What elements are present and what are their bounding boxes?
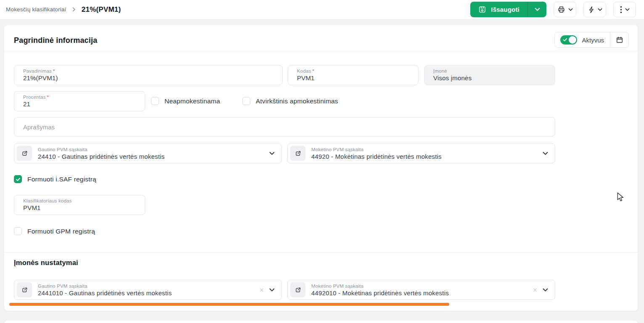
print-button[interactable] (554, 2, 576, 17)
required-asterisk: * (53, 68, 55, 74)
next-section-card (4, 320, 638, 323)
field-value: PVM1 (23, 204, 145, 211)
check-icon (563, 37, 567, 42)
header-actions: Išsaugoti (470, 2, 636, 17)
checkbox-label: Formuoti i.SAF registrą (27, 176, 96, 183)
page: Mokesčių klasifikatoriai 21%(PVM1) Išsau… (0, 0, 644, 323)
field-pavadinimas[interactable]: Pavadinimas* 21%(PVM1) (14, 65, 283, 85)
chevron-down-icon (625, 8, 630, 11)
quick-actions-button[interactable] (583, 2, 606, 17)
field-klasifikatoriaus-kodas[interactable]: Klasifikatoriaus kodas PVM1 (14, 195, 145, 215)
active-label: Aktyvus (582, 37, 604, 44)
checkbox-neapmokestinama[interactable]: Neapmokestinama (151, 97, 220, 105)
select-text: Mokėtino PVM sąskaita 4492010 - Mokėtina… (311, 284, 533, 297)
field-value: Visos įmonės (433, 74, 555, 81)
breadcrumb[interactable]: Mokesčių klasifikatoriai (6, 6, 66, 13)
aprasymas-input[interactable] (14, 118, 555, 136)
calendar-icon (616, 36, 623, 44)
chevron-right-icon (72, 7, 76, 12)
chevron-down-icon (535, 8, 540, 11)
save-icon (478, 5, 486, 13)
checkbox-box (14, 175, 22, 183)
save-label: Išsaugoti (491, 6, 519, 13)
horizontal-scrollbar-thumb[interactable] (9, 303, 449, 306)
clear-icon[interactable]: × (260, 286, 264, 294)
field-label: Klasifikatoriaus kodas (23, 198, 145, 203)
required-asterisk: * (47, 95, 49, 100)
checkbox-label: Formuoti GPM registrą (27, 228, 95, 235)
field-label: Kodas* (297, 68, 418, 74)
select-company-gautino-pvm[interactable]: Gautino PVM sąskaita 2441010 - Gautinas … (14, 280, 282, 300)
select-company-moketino-pvm[interactable]: Mokėtino PVM sąskaita 4492010 - Mokėtina… (287, 280, 555, 300)
select-moketino-pvm-saskaita[interactable]: Mokėtino PVM sąskaita 44920 - Mokėtinas … (287, 143, 555, 163)
active-control: Aktyvus (554, 32, 629, 48)
checkbox-box (242, 97, 250, 105)
kebab-menu-icon (620, 6, 622, 13)
lightning-icon (588, 6, 595, 13)
open-account-button[interactable] (17, 282, 32, 297)
open-account-button[interactable] (17, 146, 32, 161)
divider (4, 51, 638, 51)
top-bar: Mokesčių klasifikatoriai 21%(PVM1) Išsau… (0, 0, 644, 19)
external-link-icon (294, 150, 302, 157)
chevron-down-icon (543, 152, 548, 155)
field-label: Pavadinimas* (23, 68, 282, 74)
clear-icon[interactable]: × (533, 286, 537, 294)
select-value: 44920 - Mokėtinas pridėtinės vertės moke… (311, 153, 543, 160)
save-button[interactable]: Išsaugoti (470, 2, 527, 17)
open-account-button[interactable] (290, 146, 305, 161)
chevron-down-icon (568, 8, 573, 11)
field-kodas[interactable]: Kodas* PVM1 (288, 65, 419, 85)
field-label: Procentas* (23, 95, 145, 100)
chevron-down-icon (269, 288, 275, 292)
section-title-company-settings: Įmonės nustatymai (14, 259, 78, 267)
main-card: Pagrindinė informacija Aktyvus Pavadinim… (4, 25, 638, 311)
checkbox-atvirkstinis-apmokestinimas[interactable]: Atvirkštinis apmokestinimas (242, 97, 338, 105)
field-aprasymas[interactable] (14, 117, 555, 137)
printer-icon (557, 5, 565, 13)
external-link-icon (21, 286, 28, 294)
select-value: 4492010 - Mokėtinas pridėtinės vertės mo… (311, 289, 533, 297)
checkbox-box (151, 97, 159, 105)
required-asterisk: * (313, 68, 315, 74)
external-link-icon (294, 286, 302, 294)
checkbox-formuoti-gpm[interactable]: Formuoti GPM registrą (14, 227, 95, 235)
field-label: Įmonė (433, 68, 555, 74)
divider (4, 252, 638, 252)
select-label: Mokėtino PVM sąskaita (311, 147, 543, 152)
select-label: Gautino PVM sąskaita (38, 284, 260, 289)
field-value: 21%(PVM1) (23, 74, 282, 81)
checkbox-formuoti-isaf[interactable]: Formuoti i.SAF registrą (14, 175, 96, 183)
more-options-button[interactable] (613, 2, 636, 17)
section-title-general: Pagrindinė informacija (14, 36, 97, 45)
select-label: Mokėtino PVM sąskaita (311, 284, 533, 289)
active-toggle[interactable] (560, 35, 577, 45)
field-value: 21 (23, 100, 145, 108)
select-value: 2441010 - Gautinas pridėtinės vertės mok… (38, 289, 260, 297)
chevron-down-icon (598, 8, 602, 11)
save-split-button: Išsaugoti (470, 2, 546, 17)
checkbox-box (14, 227, 22, 235)
page-title: 21%(PVM1) (82, 5, 121, 14)
select-gautino-pvm-saskaita[interactable]: Gautino PVM sąskaita 24410 - Gautinas pr… (14, 143, 282, 163)
external-link-icon (21, 150, 28, 157)
field-procentas[interactable]: Procentas* 21 (14, 91, 145, 111)
select-label: Gautino PVM sąskaita (38, 147, 269, 152)
chevron-down-icon (269, 152, 275, 155)
calendar-button[interactable] (610, 32, 628, 47)
select-value: 24410 - Gautinas pridėtinės vertės mokes… (38, 153, 269, 160)
field-value: PVM1 (297, 74, 418, 81)
checkbox-label: Atvirkštinis apmokestinimas (256, 97, 338, 105)
select-text: Gautino PVM sąskaita 2441010 - Gautinas … (38, 284, 260, 297)
select-text: Mokėtino PVM sąskaita 44920 - Mokėtinas … (311, 147, 543, 160)
select-text: Gautino PVM sąskaita 24410 - Gautinas pr… (38, 147, 269, 160)
checkbox-label: Neapmokestinama (164, 97, 220, 105)
open-account-button[interactable] (290, 282, 305, 297)
chevron-down-icon (543, 288, 548, 292)
save-dropdown-button[interactable] (528, 2, 546, 17)
field-imone: Įmonė Visos įmonės (424, 65, 555, 85)
toggle-knob (569, 36, 576, 44)
